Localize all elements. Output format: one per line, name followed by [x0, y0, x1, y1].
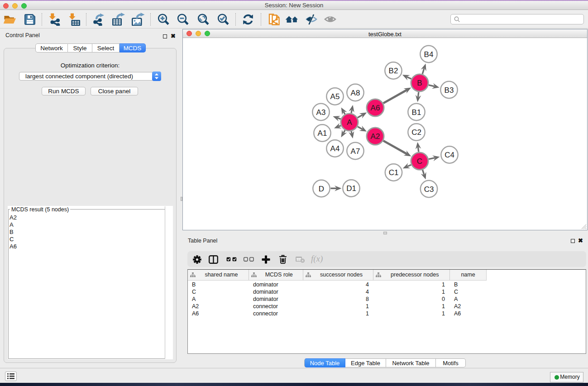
svg-text:D1: D1	[346, 184, 356, 193]
svg-text:D: D	[319, 185, 324, 193]
svg-text:A5: A5	[330, 92, 340, 101]
svg-text:A4: A4	[330, 144, 340, 153]
svg-text:C3: C3	[424, 185, 434, 194]
svg-text:A6: A6	[371, 104, 380, 112]
svg-text:B3: B3	[445, 86, 454, 95]
svg-text:B: B	[417, 79, 422, 87]
svg-text:A3: A3	[316, 108, 326, 117]
svg-text:A1: A1	[318, 129, 327, 138]
svg-text:A: A	[347, 118, 352, 127]
svg-text:A8: A8	[351, 89, 360, 97]
svg-text:C: C	[417, 157, 422, 166]
svg-text:C1: C1	[389, 168, 399, 177]
svg-text:B4: B4	[424, 50, 434, 59]
svg-text:C2: C2	[411, 128, 421, 137]
svg-text:B2: B2	[389, 67, 398, 75]
svg-text:C4: C4	[445, 151, 454, 159]
svg-text:A7: A7	[351, 147, 360, 156]
svg-text:B1: B1	[412, 108, 421, 117]
svg-text:A2: A2	[371, 132, 380, 141]
